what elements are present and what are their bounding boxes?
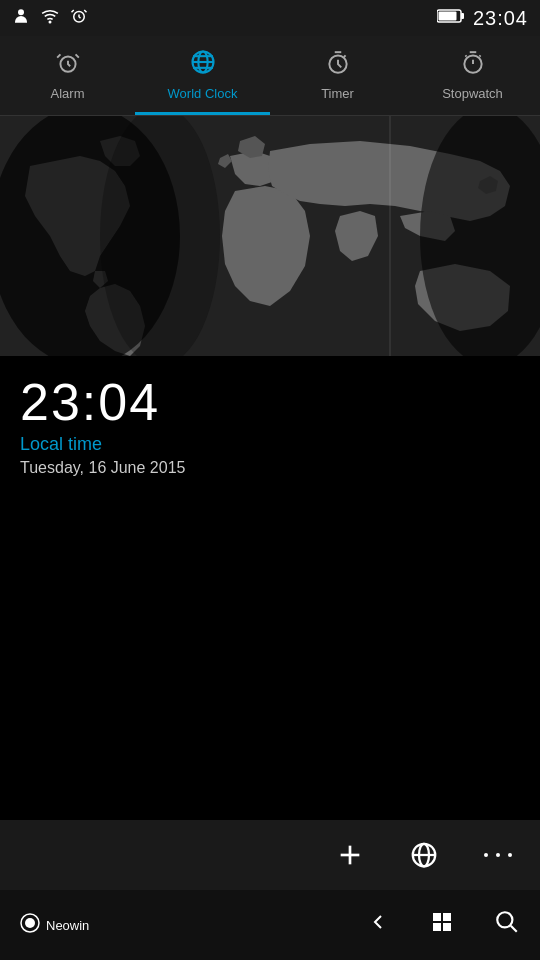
brand-logo: Neowin [20,913,89,938]
svg-point-26 [508,853,512,857]
person-icon [12,7,30,29]
tab-timer[interactable]: Timer [270,36,405,115]
nav-controls [366,909,520,941]
world-clock-action-button[interactable] [402,833,446,877]
world-map-svg [0,116,540,356]
svg-point-0 [18,9,24,15]
tab-bar: Alarm World Clock Timer [0,36,540,116]
back-button[interactable] [366,910,390,940]
world-map-container [0,116,540,356]
stopwatch-tab-label: Stopwatch [442,86,503,101]
battery-icon [437,8,465,28]
home-button[interactable] [430,910,454,940]
nav-bar: Neowin [0,890,540,960]
alarm-tab-label: Alarm [51,86,85,101]
main-content-area [0,493,540,831]
timer-tab-label: Timer [321,86,354,101]
add-button[interactable] [328,833,372,877]
svg-rect-32 [443,923,451,931]
tab-world-clock[interactable]: World Clock [135,36,270,115]
stopwatch-tab-icon [460,50,486,82]
world-clock-tab-icon [189,48,217,82]
tab-alarm[interactable]: Alarm [0,36,135,115]
svg-line-34 [511,926,517,932]
svg-point-25 [496,853,500,857]
alarm-icon [70,7,88,29]
local-time-label: Local time [20,434,520,455]
svg-point-33 [497,912,512,927]
svg-point-28 [25,918,35,928]
svg-point-16 [100,116,220,356]
clock-info: 23:04 Local time Tuesday, 16 June 2015 [0,356,540,493]
wifi-icon [40,7,60,29]
svg-rect-4 [438,12,456,21]
tab-stopwatch[interactable]: Stopwatch [405,36,540,115]
local-time-date: Tuesday, 16 June 2015 [20,459,520,477]
world-clock-tab-label: World Clock [168,86,238,101]
svg-point-13 [464,55,481,72]
svg-rect-5 [461,13,464,19]
alarm-tab-icon [55,50,81,82]
svg-point-24 [484,853,488,857]
svg-rect-31 [433,923,441,931]
status-icons-left [12,7,88,29]
action-bar [0,820,540,890]
timer-tab-icon [325,50,351,82]
svg-point-1 [49,21,51,23]
svg-point-17 [420,116,540,356]
local-time-display: 23:04 [20,376,520,428]
battery-time-group: 23:04 [437,7,528,30]
status-bar: 23:04 [0,0,540,36]
more-options-button[interactable] [476,833,520,877]
svg-rect-29 [433,913,441,921]
brand-label: Neowin [46,918,89,933]
svg-rect-30 [443,913,451,921]
status-time: 23:04 [473,7,528,30]
search-button[interactable] [494,909,520,941]
brand-icon [20,913,40,938]
